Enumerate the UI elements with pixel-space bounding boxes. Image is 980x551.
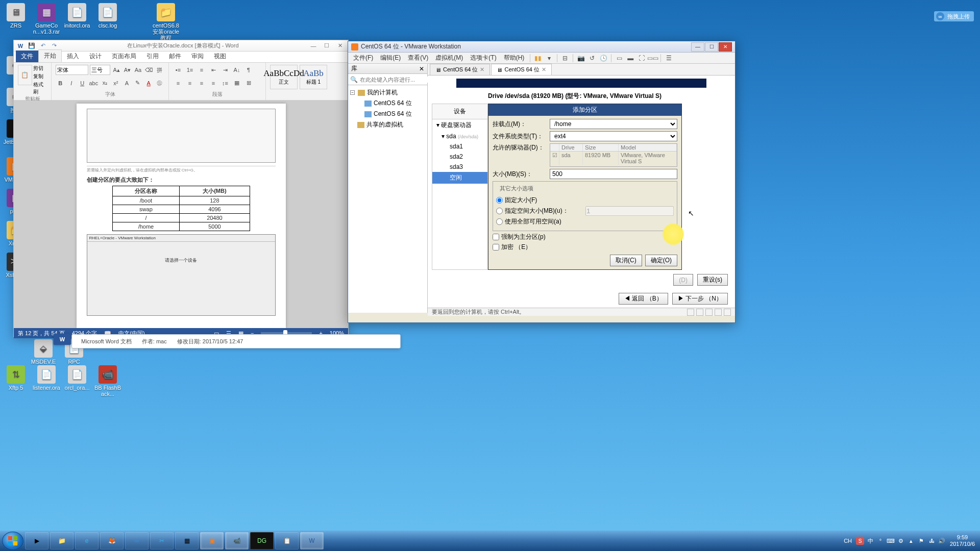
allowed-drives-table[interactable]: Drive Size Model ☑ sda 81920 MB VMware, …: [550, 143, 677, 167]
status-cd-icon[interactable]: [696, 309, 703, 316]
back-button[interactable]: ◀ 返回 （B）: [619, 293, 668, 305]
status-hdd-icon[interactable]: [687, 309, 694, 316]
sort-icon[interactable]: A↓: [232, 65, 242, 75]
radio-fixed[interactable]: [496, 197, 503, 204]
tab-mailings[interactable]: 邮件: [164, 51, 186, 62]
tab-review[interactable]: 审阅: [186, 51, 209, 62]
undo-icon[interactable]: ↶: [38, 41, 47, 51]
tree-vm-1[interactable]: CentOS 64 位: [349, 98, 426, 109]
fill-size-input[interactable]: [585, 206, 674, 216]
redo-icon[interactable]: ↷: [50, 41, 59, 51]
style-heading1[interactable]: AaBb标题 1: [300, 65, 327, 89]
bullets-icon[interactable]: •≡: [173, 65, 183, 75]
taskbar-vmware[interactable]: ▣: [200, 532, 224, 549]
phonetic-icon[interactable]: 拼: [155, 65, 164, 75]
align-center-icon[interactable]: ≡: [185, 78, 195, 88]
show-marks-icon[interactable]: ¶: [243, 65, 254, 75]
increase-indent-icon[interactable]: ⇥: [220, 65, 230, 75]
tab-layout[interactable]: 页面布局: [107, 51, 141, 62]
multilevel-icon[interactable]: ≡: [197, 65, 207, 75]
enclose-icon[interactable]: ㊟: [155, 78, 164, 88]
vmware-titlebar[interactable]: CentOS 64 位 - VMware Workstation — ☐ ✕: [348, 41, 735, 53]
ime-brand-icon[interactable]: S: [856, 537, 864, 545]
fs-type-select[interactable]: ext4: [550, 131, 677, 141]
taskbar-ie[interactable]: e: [75, 532, 99, 549]
highlight-icon[interactable]: ✎: [133, 78, 142, 88]
decrease-indent-icon[interactable]: ⇤: [208, 65, 218, 75]
taskbar-datagrip[interactable]: DG: [250, 532, 274, 549]
device-sda1[interactable]: sda1: [432, 141, 487, 152]
close-library-icon[interactable]: ✕: [419, 65, 424, 72]
tree-root[interactable]: −我的计算机: [349, 87, 426, 98]
status-sound-icon[interactable]: [724, 309, 731, 316]
device-free[interactable]: 空闲: [432, 172, 487, 184]
next-button[interactable]: ▶ 下一步 （N）: [672, 293, 728, 305]
text-effects-icon[interactable]: A: [122, 78, 131, 88]
device-sda[interactable]: ▾ sda (/dev/sda): [432, 131, 487, 141]
tray-action-icon[interactable]: ⚑: [917, 537, 925, 545]
tray-punct-icon[interactable]: °: [876, 537, 885, 545]
desktop-icon-initorcl[interactable]: 📄initorcl.ora: [63, 3, 91, 41]
style-normal[interactable]: AaBbCcDd正文: [270, 65, 298, 89]
bold-icon[interactable]: B: [56, 78, 65, 88]
tab-view[interactable]: 视图: [209, 51, 231, 62]
tree-vm-2[interactable]: CentOS 64 位: [349, 109, 426, 119]
tray-volume-icon[interactable]: 🔊: [938, 537, 946, 545]
desktop-icon-clsclog[interactable]: 📄clsc.log: [94, 3, 121, 41]
ime-ch[interactable]: CH: [844, 538, 852, 544]
menu-file[interactable]: 文件(F): [350, 53, 376, 63]
close-tab-icon[interactable]: ✕: [542, 66, 546, 73]
close-icon[interactable]: ✕: [334, 41, 346, 51]
tray-network-icon[interactable]: 🖧: [927, 537, 936, 545]
strike-icon[interactable]: abc: [88, 78, 99, 88]
tab-file[interactable]: 文件: [16, 51, 38, 62]
tray-settings-icon[interactable]: ⚙: [897, 537, 905, 545]
tray-clock[interactable]: 9:59 2017/10/6: [950, 534, 975, 547]
desktop-icon-gamecon[interactable]: ▦GameCon...v1.3.rar: [33, 3, 60, 41]
chk-primary[interactable]: [493, 234, 499, 240]
menu-tabs[interactable]: 选项卡(T): [467, 53, 499, 63]
upload-badge[interactable]: ∞ 拖拽上传: [934, 11, 974, 21]
view-console-icon[interactable]: ▭: [614, 54, 624, 63]
word-titlebar[interactable]: W 💾 ↶ ↷ 在Linux中安装Oracle.docx [兼容模式] - Wo…: [14, 40, 348, 52]
minimize-icon[interactable]: —: [691, 42, 704, 52]
font-size-select[interactable]: [90, 65, 110, 75]
line-spacing-icon[interactable]: ↕≡: [220, 78, 230, 88]
vm-tab-1[interactable]: 🖥CentOS 64 位✕: [430, 64, 490, 75]
taskbar-word[interactable]: W: [300, 532, 324, 549]
menu-view[interactable]: 查看(V): [405, 53, 431, 63]
status-net-icon[interactable]: [705, 309, 713, 316]
snapshot-manage-icon[interactable]: 🕓: [598, 54, 608, 63]
radio-fill[interactable]: [496, 208, 503, 214]
menu-edit[interactable]: 编辑(E): [377, 53, 404, 63]
underline-icon[interactable]: U: [78, 78, 87, 88]
device-sda2[interactable]: sda2: [432, 152, 487, 162]
minimize-icon[interactable]: —: [307, 41, 320, 51]
pause-icon[interactable]: ▮▮: [533, 54, 543, 63]
menu-help[interactable]: 帮助(H): [501, 53, 528, 63]
device-harddrives[interactable]: ▾ 硬盘驱动器: [432, 119, 487, 131]
device-sda3[interactable]: sda3: [432, 162, 487, 172]
subscript-icon[interactable]: x₂: [100, 78, 109, 88]
status-usb-icon[interactable]: [715, 309, 722, 316]
tab-references[interactable]: 引用: [141, 51, 164, 62]
chk-encrypt[interactable]: [493, 244, 499, 251]
snapshot-revert-icon[interactable]: ↺: [587, 54, 597, 63]
snapshot-icon[interactable]: ⊟: [560, 54, 570, 63]
tray-chevron-icon[interactable]: ▴: [907, 537, 915, 545]
close-icon[interactable]: ✕: [719, 42, 732, 52]
vm-guest-content[interactable]: Drive /dev/sda (81920 MB) (型号: VMware, V…: [428, 76, 735, 308]
view-unity-icon[interactable]: ▬: [625, 54, 635, 63]
numbering-icon[interactable]: 1≡: [185, 65, 195, 75]
ok-button[interactable]: 确定(O): [645, 255, 677, 266]
borders-icon[interactable]: ⊞: [243, 78, 254, 88]
save-icon[interactable]: 💾: [27, 41, 36, 51]
justify-icon[interactable]: ≡: [208, 78, 218, 88]
word-document-area[interactable]: 若需输入并定向到虚拟机，请在虚拟机内部单击或按 Ctrl+G。 创建分区的要点大…: [14, 101, 348, 328]
grow-font-icon[interactable]: A▴: [112, 65, 121, 75]
taskbar-flashback[interactable]: 📹: [225, 532, 249, 549]
desktop-icon-xftp[interactable]: ⇅Xftp 5: [2, 365, 30, 397]
maximize-icon[interactable]: ☐: [321, 41, 333, 51]
align-left-icon[interactable]: ≡: [173, 78, 183, 88]
desktop-icon-orclora[interactable]: 📄orcl_ora...: [63, 365, 91, 397]
